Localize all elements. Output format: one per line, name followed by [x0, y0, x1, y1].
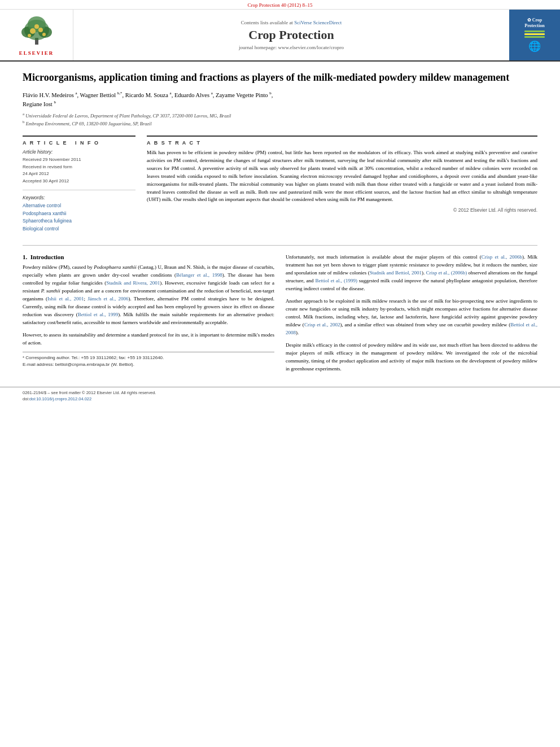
- svg-point-7: [34, 24, 39, 29]
- article-title: Microorganisms, application timing and f…: [23, 71, 537, 85]
- journal-name: Crop Protection: [248, 28, 334, 42]
- journal-citation: Crop Protection 40 (2012) 8–15: [0, 0, 560, 10]
- footer: 0261-2194/$ – see front matter © 2012 El…: [0, 387, 560, 405]
- abstract-header: A B S T R A C T: [147, 140, 537, 146]
- publisher-logo: ELSEVIER: [0, 10, 73, 60]
- svg-point-5: [30, 28, 36, 34]
- footnote: * Corresponding author. Tel.: +55 19 331…: [23, 352, 274, 368]
- abstract-column: A B S T R A C T Milk has proven to be ef…: [147, 136, 537, 238]
- article-content: Microorganisms, application timing and f…: [0, 62, 560, 387]
- journal-title-area: Contents lists available at SciVerse Sci…: [73, 10, 509, 60]
- article-dates: Received 29 November 2011 Received in re…: [23, 156, 135, 185]
- sciverse-line: Contents lists available at SciVerse Sci…: [241, 20, 342, 25]
- intro-right-paragraph-1: Unfortunately, not much information is a…: [286, 254, 537, 293]
- keywords-block: Keywords: Alternative control Podosphaer…: [23, 195, 135, 233]
- svg-point-6: [38, 28, 43, 32]
- authors-line: Flávio H.V. Medeiros a, Wagner Bettiol b…: [23, 90, 537, 109]
- affiliations: a Universidade Federal de Lavros, Depart…: [23, 111, 537, 128]
- journal-url: journal homepage: www.elsevier.com/locat…: [239, 45, 344, 50]
- doi-line: doi:doi:10.1016/j.cropro.2012.04.022: [23, 396, 91, 401]
- introduction-section: 1. Introduction Powdery mildew (PM), cau…: [23, 254, 537, 377]
- corresponding-author: * Corresponding author. Tel.: +55 19 331…: [23, 355, 274, 361]
- intro-right-col: Unfortunately, not much information is a…: [286, 254, 537, 377]
- article-info-abstract: A R T I C L E I N F O Article history: R…: [23, 136, 537, 238]
- keywords-list: Alternative control Podosphaera xanthii …: [23, 202, 135, 233]
- article-history: Article history: Received 29 November 20…: [23, 149, 135, 190]
- svg-point-9: [42, 33, 46, 36]
- journal-badge: ✿ CropProtection 🌐: [509, 10, 560, 60]
- svg-point-8: [28, 34, 31, 37]
- abstract-text: Milk has proven to be efficient in powde…: [147, 149, 537, 204]
- intro-paragraph-1: Powdery mildew (PM), caused by Podosphae…: [23, 264, 274, 327]
- article-info-header: A R T I C L E I N F O: [23, 140, 135, 146]
- intro-left-col: 1. Introduction Powdery mildew (PM), cau…: [23, 254, 274, 377]
- article-history-label: Article history:: [23, 149, 135, 155]
- article-info-column: A R T I C L E I N F O Article history: R…: [23, 136, 135, 238]
- journal-header: ELSEVIER Contents lists available at Sci…: [0, 10, 560, 62]
- intro-paragraph-2: However, to assess its sustainability an…: [23, 331, 274, 347]
- copyright-line: © 2012 Elsevier Ltd. All rights reserved…: [147, 207, 537, 213]
- issn-line: 0261-2194/$ – see front matter © 2012 El…: [23, 390, 156, 395]
- keywords-label: Keywords:: [23, 195, 135, 200]
- email-address: E-mail address: bettiol@cnpma.embrapa.br…: [23, 361, 274, 368]
- intro-section-title: 1. Introduction: [23, 254, 274, 260]
- elsevier-wordmark: ELSEVIER: [17, 50, 56, 56]
- elsevier-tree-icon: [17, 14, 56, 48]
- intro-right-paragraph-3: Despite milk's efficacy in the control o…: [286, 342, 537, 373]
- section-divider: [23, 245, 537, 246]
- intro-right-paragraph-2: Another approach to be exploited in milk…: [286, 298, 537, 337]
